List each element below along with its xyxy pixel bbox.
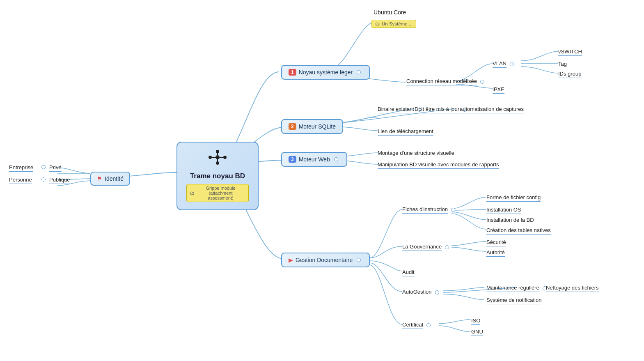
ubuntu-note: 🗂 Un Système ... [371,20,416,28]
leaf-tag: Tag [558,61,567,68]
dot-gestion [357,258,361,262]
branch-sqlite[interactable]: 2 Moteur SQLite [281,119,343,134]
connection-reseau: Connection réseau modélisée [406,78,486,85]
central-icon [186,150,249,168]
certificat-row: Certificat [402,322,432,329]
leaf-automatisation: automatisation de captures [460,106,524,113]
leaf-autorite: Autorité [486,249,505,257]
leaf-ids-group: IDs group [558,71,581,78]
leaf-ubuntu-label: Ubuntu Core [374,9,406,16]
leaf-gnu: GNU [471,329,483,336]
dot-gouvernance [445,245,449,249]
dot-entreprise [40,163,47,170]
branch-web[interactable]: 3 Moteur Web [281,152,347,167]
central-node: Trame noyau BD 🗂 Grippe module (attachme… [176,142,259,210]
leaf-personne: Personne [9,177,32,184]
leaf-prive: Privé [49,164,62,172]
leaf-manipulation: Manipulation BD visuelle avec modules de… [378,161,499,169]
autogestion-row: AutoGestion [402,289,441,296]
leaf-audit: Audit [402,269,415,276]
leaf-montage: Montage d'une structure visuelle [378,150,454,157]
leaf-installation-os: Installation OS [486,207,521,214]
leaf-publique: Publique [49,177,70,184]
dot-web [334,157,338,161]
leaf-installation-bd: Installation de la BD [486,217,534,224]
branch-noyau[interactable]: 1 Noyau système léger [281,65,370,80]
gouvernance-row: La Gouvernance [402,244,451,251]
dot-connection [480,80,484,84]
fiches-row: Fiches d'instruction [402,206,457,214]
vlan-node: VLAN [493,60,516,68]
dot-certificat [426,323,431,327]
dot-autogestion [435,290,439,294]
identity-node[interactable]: ⚑ Identité [90,172,130,186]
leaf-vswitch: vSWITCH [558,48,582,56]
dot-fiches [451,208,455,212]
leaf-forme: Forme de fichier config [486,194,541,202]
dot-personne [40,176,47,182]
leaf-nettoyage: Nettoyage des fichiers [546,285,599,292]
leaf-entreprise: Entreprise [9,164,33,172]
dot-noyau [357,70,361,74]
num1: 1 [289,69,296,76]
dot-vlan [510,62,514,66]
central-subtitle: 🗂 Grippe module (attachment assessment) [186,184,249,202]
flag-gestion-icon: ▶ [289,257,293,263]
num2: 2 [289,123,296,130]
flag-icon: ⚑ [97,175,102,182]
leaf-creation: Création des tables natives [486,227,551,235]
leaf-ipxe: iPXE [493,86,504,94]
leaf-iso: ISO [471,317,480,325]
central-title: Trame noyau BD [186,172,249,181]
leaf-notification: Système de notification [486,297,541,304]
branch-gestion[interactable]: ▶ Gestion Documentaire [281,253,370,267]
num3: 3 [289,156,296,163]
leaf-securite: Sécurité [486,239,506,246]
leaf-lien: Lien de téléchargement [378,128,433,136]
maintenance-row: Maintenance régulière [486,285,548,292]
